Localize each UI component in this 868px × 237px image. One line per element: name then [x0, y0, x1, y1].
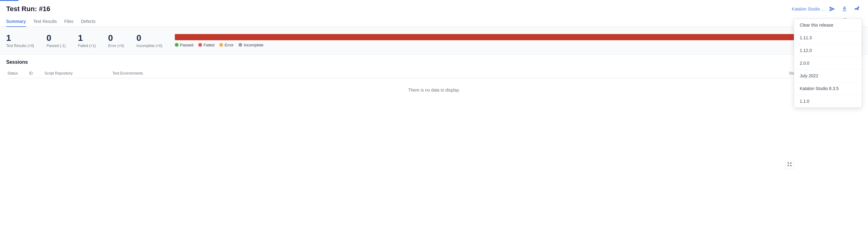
tab-summary[interactable]: Summary: [6, 17, 26, 27]
nav-tabs: Summary Test Results Files Defects 5s de…: [0, 14, 868, 27]
legend-error: Error: [219, 43, 234, 47]
stat-incomplete: 0 Incomplete (+0): [136, 33, 162, 48]
stat-error: 0 Error (+0): [108, 33, 124, 48]
header-actions: Katalon Studio ...: [792, 4, 862, 14]
no-data-message: There is no data to display.: [6, 78, 862, 102]
header: Test Run: #16 Katalon Studio ...: [0, 1, 868, 14]
stat-failed-number: 1: [78, 33, 96, 43]
legend-passed-label: Passed: [180, 43, 193, 47]
legend-failed-label: Failed: [204, 43, 214, 47]
chart-legend: Passed Failed Error Incomplete: [175, 43, 831, 47]
table-header: Status ID Script Repository Test Environ…: [6, 69, 862, 78]
stat-error-number: 0: [108, 33, 124, 43]
col-test-env: Test Environments: [111, 71, 788, 76]
legend-failed: Failed: [198, 43, 214, 47]
share-icon-button[interactable]: [852, 4, 862, 14]
legend-error-label: Error: [224, 43, 234, 47]
col-script-repo: Script Repository: [43, 71, 111, 76]
share-icon: [854, 6, 860, 12]
summary-section: 1 Test Results (+0) 0 Passed (-1) 1 Fail…: [0, 27, 868, 54]
download-icon-button[interactable]: [840, 4, 849, 14]
sessions-title: Sessions: [6, 59, 862, 65]
stat-incomplete-label: Incomplete (+0): [136, 44, 162, 48]
legend-passed: Passed: [175, 43, 193, 47]
stat-test-results: 1 Test Results (+0): [6, 33, 34, 48]
stat-test-results-number: 1: [6, 33, 34, 43]
send-icon: [829, 6, 835, 12]
legend-incomplete: Incomplete: [239, 43, 264, 47]
stat-passed: 0 Passed (-1): [46, 33, 65, 48]
sessions-section: Sessions Status ID Script Repository Tes…: [0, 54, 868, 107]
stats-row: 1 Test Results (+0) 0 Passed (-1) 1 Fail…: [6, 33, 862, 48]
tab-defects[interactable]: Defects: [81, 17, 95, 27]
dropdown-item-v1113[interactable]: 1.11.3: [794, 31, 862, 44]
col-id: ID: [28, 71, 43, 76]
katalon-label[interactable]: Katalon Studio ...: [792, 6, 825, 11]
stat-test-results-label: Test Results (+0): [6, 44, 34, 48]
progress-bar-fill: [175, 34, 831, 40]
dropdown-item-v110[interactable]: 1.1.0: [794, 95, 862, 107]
progress-bar-container: Passed Failed Error Incomplete: [175, 34, 831, 47]
release-dropdown[interactable]: Clear this release 1.11.3 1.12.0 2.0.0 J…: [794, 19, 862, 107]
stat-failed-label: Failed (+1): [78, 44, 96, 48]
progress-bar-track: [175, 34, 831, 40]
legend-passed-dot: [175, 43, 179, 47]
tab-test-results[interactable]: Test Results: [33, 17, 57, 27]
download-icon: [841, 6, 847, 12]
stat-failed: 1 Failed (+1): [78, 33, 96, 48]
stat-incomplete-number: 0: [136, 33, 162, 43]
stat-passed-number: 0: [46, 33, 65, 43]
dropdown-item-july2022[interactable]: July 2022: [794, 70, 862, 82]
legend-incomplete-label: Incomplete: [244, 43, 264, 47]
dropdown-item-v1120[interactable]: 1.12.0: [794, 44, 862, 57]
col-status: Status: [6, 71, 28, 76]
stat-error-label: Error (+0): [108, 44, 124, 48]
dropdown-item-v200[interactable]: 2.0.0: [794, 57, 862, 70]
tab-files[interactable]: Files: [64, 17, 73, 27]
page-title: Test Run: #16: [6, 5, 50, 13]
stat-passed-label: Passed (-1): [46, 44, 65, 48]
dropdown-item-clear[interactable]: Clear this release: [794, 19, 862, 31]
legend-incomplete-dot: [239, 43, 242, 47]
legend-error-dot: [219, 43, 223, 47]
send-icon-button[interactable]: [827, 4, 837, 14]
legend-failed-dot: [198, 43, 202, 47]
dropdown-item-katalon835[interactable]: Katalon Studio 8.3.5: [794, 82, 862, 95]
